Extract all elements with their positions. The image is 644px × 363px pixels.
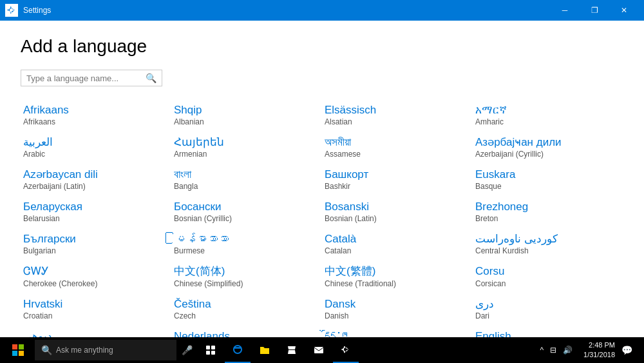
taskbar-search-box[interactable]: 🔍 Ask me anything [35,340,176,360]
language-item[interactable]: BrezhonegBreton [473,196,623,228]
language-item[interactable]: CatalàCatalan [322,228,473,260]
language-item[interactable]: অসমীয়াAssamese [322,132,473,164]
language-search-box[interactable]: 🔍 [21,70,162,86]
language-english-name: Azerbaijani (Cyrillic) [475,150,618,159]
language-english-name: Burmese [174,246,317,255]
title-bar-left: Settings [5,4,51,17]
language-english-name: Assamese [325,150,468,159]
minimize-button[interactable]: ─ [550,0,580,21]
language-native-name: Čeština [174,297,317,311]
task-view-button[interactable] [198,337,223,363]
language-item[interactable]: HrvatskiCroatian [21,293,171,326]
language-english-name: Catalan [325,246,468,255]
language-native-name: Беларуская [23,200,166,214]
language-native-name: دیوهی [23,329,166,337]
language-native-name: Euskara [475,168,618,182]
language-english-name: Basque [475,182,618,191]
language-native-name: Hrvatski [23,297,166,311]
svg-rect-5 [211,346,215,349]
language-item[interactable]: ᏣᎳᎩCherokee (Cherokee) [21,260,171,293]
language-search-input[interactable] [26,74,146,83]
language-item[interactable]: DanskDanish [322,293,473,326]
chevron-up-icon[interactable]: ^ [538,346,545,355]
language-english-name: Armenian [174,150,317,159]
store-icon[interactable] [279,337,305,363]
language-item[interactable]: دیوهی [21,326,171,337]
language-item[interactable]: BosanskiBosnian (Latin) [322,196,473,228]
network-icon[interactable]: ⊟ [548,346,558,355]
page-title: Add a language [21,36,623,57]
language-grid: AfrikaansAfrikaansShqipAlbanianElsässisc… [21,99,623,337]
language-item[interactable]: کوردیی ناوەراستCentral Kurdish [473,228,623,260]
language-item[interactable]: 中文(繁體)Chinese (Traditional) [322,260,473,293]
language-item[interactable]: ShqipAlbanian [171,99,322,132]
language-item[interactable]: БосанскиBosnian (Cyrillic) [171,196,322,228]
language-native-name: Corsu [475,264,618,279]
language-item[interactable]: دریDari [473,293,623,326]
language-item[interactable]: বাংলাBangla [171,164,322,196]
language-english-name: Bosnian (Cyrillic) [174,214,317,223]
date-display: 1/31/2018 [583,350,615,360]
language-native-name: ᏣᎳᎩ [23,264,166,279]
taskbar: 🔍 Ask me anything 🎤 ^ ⊟ 🔊 2:48 PM 1/31/2… [0,337,644,363]
maximize-button[interactable]: ❐ [580,0,609,21]
language-english-name: Breton [475,214,618,223]
language-english-name: Bashkir [325,182,468,191]
language-item[interactable]: CorsuCorsican [473,260,623,293]
svg-rect-2 [12,351,17,356]
language-native-name: 中文(简体) [174,264,317,279]
language-item[interactable]: 中文(简体)Chinese (Simplified) [171,260,322,293]
settings-taskbar-icon[interactable] [333,337,359,363]
svg-rect-7 [211,351,215,355]
language-english-name: Chinese (Traditional) [325,279,468,288]
language-english-name: Cherokee (Cherokee) [23,279,166,288]
language-native-name: English [475,329,618,337]
language-item[interactable]: Azərbaycan diliAzerbaijani (Latin) [21,164,171,196]
volume-icon[interactable]: 🔊 [561,346,574,355]
language-native-name: Bosanski [325,200,468,214]
language-english-name: Central Kurdish [475,246,618,255]
language-item[interactable]: БеларускаяBelarusian [21,196,171,228]
file-explorer-icon[interactable] [252,337,278,363]
language-english-name: Alsatian [325,117,468,126]
language-item[interactable]: العربيةArabic [21,132,171,164]
language-item[interactable]: БашкортBashkir [322,164,473,196]
language-item[interactable]: አማርኛAmharic [473,99,623,132]
language-item[interactable]: AfrikaansAfrikaans [21,99,171,132]
language-english-name: Danish [325,311,468,320]
language-native-name: Català [325,232,468,246]
microphone-icon[interactable]: 🎤 [178,345,196,355]
language-native-name: 中文(繁體) [325,264,468,279]
language-native-name: Afrikaans [23,103,166,117]
language-native-name: Азәрбајҹан дили [475,135,618,150]
clock[interactable]: 2:48 PM 1/31/2018 [583,340,615,360]
notification-icon[interactable]: 💬 [618,345,636,355]
taskbar-search-icon: 🔍 [41,345,52,355]
language-native-name: বাংলা [174,168,317,182]
settings-app-icon [5,4,18,17]
language-item[interactable]: English [473,326,623,337]
language-english-name: Arabic [23,150,166,159]
language-native-name: አማርኛ [475,103,618,117]
language-english-name: Bulgarian [23,246,166,255]
mail-icon[interactable] [306,337,332,363]
language-item[interactable]: ՀայերենArmenian [171,132,322,164]
language-item[interactable]: ཇོང་ཁ [322,326,473,337]
language-native-name: کوردیی ناوەراست [475,232,618,246]
language-item[interactable]: Азәрбајҹан дилиAzerbaijani (Cyrillic) [473,132,623,164]
language-native-name: دری [475,297,618,311]
start-button[interactable] [3,337,33,363]
edge-icon[interactable] [225,337,251,363]
language-native-name: Български [23,232,166,246]
language-item[interactable]: မြန်မာဘာသာBurmese [171,228,322,260]
language-english-name: Corsican [475,279,618,288]
language-item[interactable]: ElsässischAlsatian [322,99,473,132]
language-english-name: Bangla [174,182,317,191]
language-item[interactable]: EuskaraBasque [473,164,623,196]
language-item[interactable]: Nederlands [171,326,322,337]
language-item[interactable]: БългарскиBulgarian [21,228,171,260]
close-button[interactable]: ✕ [609,0,639,21]
main-content: Add a language 🔍 AfrikaansAfrikaansShqip… [0,21,644,337]
language-item[interactable]: ČeštinaCzech [171,293,322,326]
window-title: Settings [23,6,51,15]
